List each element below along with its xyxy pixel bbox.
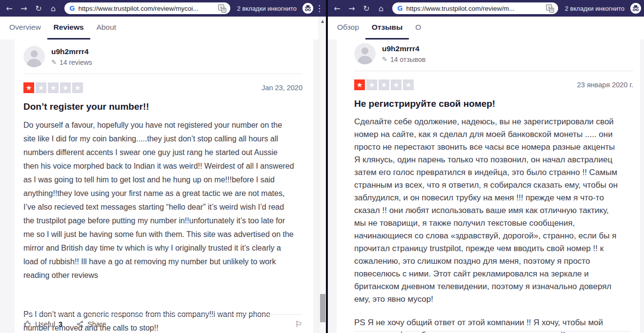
browser-window-right: ← → ↻ ⌂ G https://www.trustpilot.com/rev… xyxy=(328,0,644,333)
share-label: Share xyxy=(87,320,106,328)
share-icon xyxy=(76,320,84,328)
browser-window-left: ← → ↻ ⌂ G https://www.trustpilot.com/rev… xyxy=(0,0,326,333)
reviewer-review-count: ✎ 14 отзывов xyxy=(382,56,425,63)
svg-text:Я: Я xyxy=(550,8,553,12)
review-paragraph: Do yourself a favour, hopefully you have… xyxy=(23,118,295,282)
url-text[interactable]: https://www.trustpilot.com/review/mycoi.… xyxy=(79,5,215,12)
review-paragraph-ps: PS Я не хочу общий ответ от этой компани… xyxy=(354,316,622,333)
scroll-up-icon[interactable]: ▲ xyxy=(319,17,326,23)
reload-icon[interactable]: ↻ xyxy=(360,4,373,13)
divider xyxy=(23,74,302,74)
home-icon[interactable]: ⌂ xyxy=(47,4,60,13)
tab-about[interactable]: О xyxy=(409,17,427,39)
page-background: u9h2mrrr4 ✎ 14 reviews ★ ★ ★ ★ ★ Jan 23,… xyxy=(0,39,326,333)
reviewer-username[interactable]: u9h2mrrr4 xyxy=(51,47,92,56)
incognito-icon xyxy=(630,3,641,14)
reviewer-row: u9h2mrrr4 ✎ 14 отзывов xyxy=(354,43,633,64)
divider xyxy=(354,331,630,332)
review-date: 23 января 2020 г. xyxy=(577,81,633,89)
forward-icon[interactable]: → xyxy=(345,4,358,13)
review-footer: Useful 3 Share ⚐ xyxy=(23,314,302,333)
divider xyxy=(354,71,633,71)
star-icon: ★ xyxy=(354,79,365,90)
star-icon: ★ xyxy=(23,82,34,93)
forward-icon[interactable]: → xyxy=(18,4,30,13)
svg-text:Я: Я xyxy=(222,8,225,12)
share-button[interactable]: Share xyxy=(76,320,106,328)
pencil-icon: ✎ xyxy=(51,59,57,66)
url-text[interactable]: https://www.trustpilot.com/review/m... xyxy=(406,5,543,12)
address-bar[interactable]: G https://www.trustpilot.com/review/m...… xyxy=(392,2,558,14)
reviewer-info: u9h2mrrr4 ✎ 14 отзывов xyxy=(382,44,425,63)
reviewer-row: u9h2mrrr4 ✎ 14 reviews xyxy=(23,46,302,67)
star-icon: ★ xyxy=(379,79,389,90)
star-icon: ★ xyxy=(403,79,414,90)
review-card: u9h2mrrr4 ✎ 14 отзывов ★ ★ ★ ★ ★ 23 янва… xyxy=(337,39,640,333)
scrollbar-thumb[interactable] xyxy=(320,294,325,322)
avatar xyxy=(23,46,45,67)
rating-row: ★ ★ ★ ★ ★ 23 января 2020 г. xyxy=(354,79,633,90)
back-icon[interactable]: ← xyxy=(3,4,16,13)
tab-about[interactable]: About xyxy=(90,17,123,39)
reviewer-info: u9h2mrrr4 ✎ 14 reviews xyxy=(51,47,92,66)
site-tabbar: Обзор Отзывы О xyxy=(328,17,644,39)
pencil-icon: ✎ xyxy=(382,56,387,63)
star-icon: ★ xyxy=(60,82,71,93)
tab-overview[interactable]: Overview xyxy=(3,17,47,39)
reload-icon[interactable]: ↻ xyxy=(32,4,45,13)
reviewer-username[interactable]: u9h2mrrr4 xyxy=(382,44,425,53)
scrollbar[interactable]: ▲ xyxy=(319,17,326,333)
review-title: Don’t register your number!! xyxy=(23,101,302,112)
tab-reviews[interactable]: Reviews xyxy=(47,17,90,39)
star-icon: ★ xyxy=(48,82,59,93)
browser-toolbar: ← → ↻ ⌂ G https://www.trustpilot.com/rev… xyxy=(328,0,644,17)
review-card: u9h2mrrr4 ✎ 14 reviews ★ ★ ★ ★ ★ Jan 23,… xyxy=(15,39,313,333)
translate-icon[interactable]: A Я xyxy=(546,4,554,13)
review-date: Jan 23, 2020 xyxy=(262,84,302,92)
tab-reviews[interactable]: Отзывы xyxy=(365,17,409,39)
avatar xyxy=(354,43,376,64)
rating-row: ★ ★ ★ ★ ★ Jan 23, 2020 xyxy=(23,82,302,93)
back-icon[interactable]: ← xyxy=(331,4,343,13)
browser-menu-icon[interactable]: ⋮ xyxy=(315,3,323,13)
star-icon: ★ xyxy=(366,79,377,90)
useful-count: 3 xyxy=(59,320,62,328)
address-bar[interactable]: G https://www.trustpilot.com/review/myco… xyxy=(64,2,230,14)
incognito-tabs-label: 2 вкладки инкогнито xyxy=(565,5,624,12)
incognito-tabs-label: 2 вкладки инкогнито xyxy=(237,5,297,12)
google-icon: G xyxy=(397,4,403,12)
review-title: Не регистрируйте свой номер! xyxy=(354,98,633,109)
translate-icon[interactable]: A Я xyxy=(218,4,226,13)
star-icon: ★ xyxy=(391,79,402,90)
useful-label: Useful xyxy=(35,320,55,328)
review-count-label: 14 reviews xyxy=(60,59,92,66)
page-background: u9h2mrrr4 ✎ 14 отзывов ★ ★ ★ ★ ★ 23 янва… xyxy=(328,39,644,333)
site-tabbar: Overview Reviews About xyxy=(0,17,326,39)
useful-button[interactable]: Useful 3 xyxy=(23,320,62,328)
google-icon: G xyxy=(69,4,75,12)
browser-toolbar: ← → ↻ ⌂ G https://www.trustpilot.com/rev… xyxy=(0,0,326,17)
reviewer-review-count: ✎ 14 reviews xyxy=(51,59,92,66)
incognito-icon xyxy=(302,3,313,14)
tab-overview[interactable]: Обзор xyxy=(331,17,365,39)
review-paragraph: Сделайте себе одолжение, надеюсь, вы не … xyxy=(354,116,622,306)
flag-icon[interactable]: ⚐ xyxy=(295,319,302,329)
thumbs-up-icon xyxy=(23,320,32,328)
home-icon[interactable]: ⌂ xyxy=(375,4,387,13)
star-icon: ★ xyxy=(72,82,83,93)
star-icon: ★ xyxy=(36,82,46,93)
review-count-label: 14 отзывов xyxy=(390,56,425,63)
